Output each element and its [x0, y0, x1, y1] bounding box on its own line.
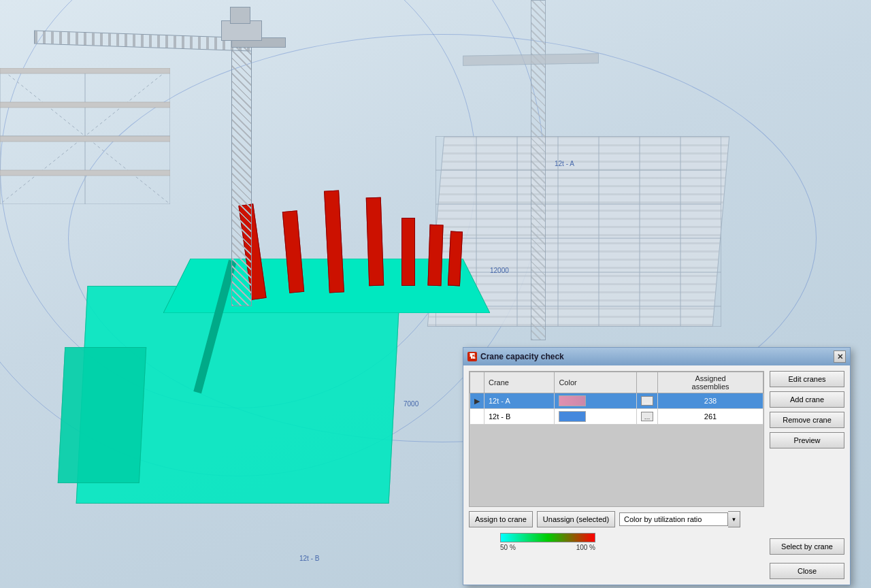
crane-b-label: 12t - B: [299, 555, 319, 562]
bottom-actions: Assign to crane Unassign (selected) Colo…: [469, 511, 764, 527]
crane-color-button[interactable]: …: [641, 396, 653, 406]
crane-capacity-dialog: 🏗 Crane capacity check ✕ Crane Color Ass…: [463, 347, 851, 585]
table-row[interactable]: ▶ 12t - A … 238: [470, 393, 763, 409]
row-indicator: ▶: [470, 393, 484, 409]
right-buttons-panel: Edit cranes Add crane Remove crane Previ…: [770, 371, 844, 579]
left-panel: Crane Color Assignedassemblies ▶ 12t - A: [469, 371, 764, 579]
crane-color-button[interactable]: …: [641, 412, 653, 421]
close-button[interactable]: Close: [770, 563, 844, 579]
svg-rect-23: [0, 136, 170, 142]
unassign-selected-button[interactable]: Unassign (selected): [537, 511, 615, 527]
svg-rect-16: [0, 68, 170, 204]
crane-name-cell: 12t - A: [484, 393, 555, 409]
crane-assigned-cell: 261: [658, 409, 763, 425]
dialog-icon: 🏗: [467, 352, 477, 361]
gradient-label-100: 100 %: [576, 544, 595, 551]
svg-line-18: [0, 68, 170, 204]
dialog-titlebar: 🏗 Crane capacity check ✕: [463, 348, 850, 365]
col-indicator: [470, 372, 484, 393]
crane-table-container: Crane Color Assignedassemblies ▶ 12t - A: [469, 371, 764, 507]
dim-7000-label: 7000: [404, 400, 418, 408]
add-crane-button[interactable]: Add crane: [770, 391, 844, 408]
crane-table: Crane Color Assignedassemblies ▶ 12t - A: [470, 372, 763, 425]
dropdown-arrow-icon[interactable]: ▼: [728, 511, 740, 527]
gradient-labels: 50 % 100 %: [500, 544, 595, 551]
close-bottom-area: Close: [770, 560, 844, 579]
gradient-label-50: 50 %: [500, 544, 516, 551]
select-by-crane-button[interactable]: Select by crane: [770, 538, 844, 555]
col-color: Color: [555, 372, 637, 393]
right-top-buttons: Edit cranes Add crane Remove crane Previ…: [770, 371, 844, 451]
preview-button[interactable]: Preview: [770, 432, 844, 448]
svg-rect-21: [0, 68, 170, 74]
col-color-btn: [637, 372, 658, 393]
dialog-body: Crane Color Assignedassemblies ▶ 12t - A: [463, 365, 850, 585]
crane-name-cell: 12t - B: [484, 409, 555, 425]
dialog-title: Crane capacity check: [480, 352, 564, 361]
crane-assigned-cell: 238: [658, 393, 763, 409]
table-row[interactable]: 12t - B … 261: [470, 409, 763, 425]
color-dropdown-container: Color by utilization ratio Color by cran…: [619, 511, 740, 527]
crane-table-body: ▶ 12t - A … 238: [470, 393, 763, 425]
svg-rect-24: [0, 170, 170, 176]
dialog-close-button[interactable]: ✕: [834, 350, 846, 363]
svg-line-17: [0, 68, 170, 204]
col-crane: Crane: [484, 372, 555, 393]
svg-marker-15: [163, 259, 490, 313]
crane-color-btn-cell: …: [637, 393, 658, 409]
edit-cranes-button[interactable]: Edit cranes: [770, 371, 844, 387]
assign-to-crane-button[interactable]: Assign to crane: [469, 511, 533, 527]
utilization-gradient-bar: [500, 533, 595, 542]
crane-a-label: 12t - A: [555, 160, 574, 167]
crane-color-cell: [555, 393, 637, 409]
crane-color-btn-cell: …: [637, 409, 658, 425]
svg-rect-22: [0, 102, 170, 108]
color-dropdown[interactable]: Color by utilization ratio Color by cran…: [619, 512, 728, 526]
dim-12000-label: 12000: [490, 267, 509, 274]
row-indicator: [470, 409, 484, 425]
gradient-row: 50 % 100 %: [469, 532, 764, 553]
crane-color-cell: [555, 409, 637, 425]
remove-crane-button[interactable]: Remove crane: [770, 412, 844, 428]
col-assigned: Assignedassemblies: [658, 372, 763, 393]
